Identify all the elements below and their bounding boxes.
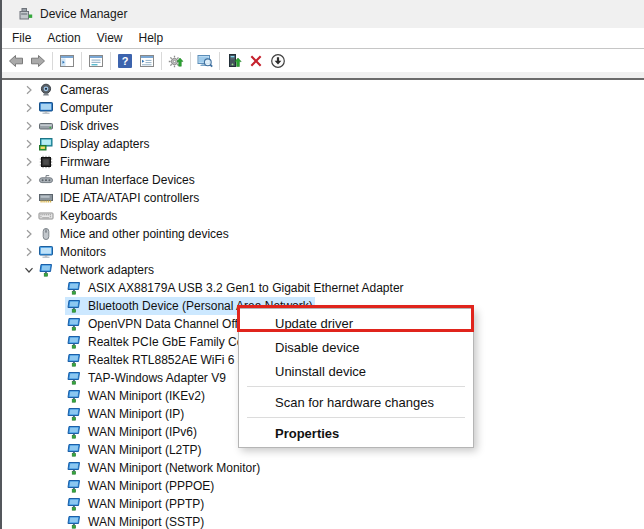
console-tree-icon [59, 53, 75, 69]
export-list-icon [139, 53, 155, 69]
disk-drive-icon [38, 118, 54, 134]
tree-item-human-interface-devices[interactable]: Human Interface Devices [2, 171, 644, 189]
menu-view[interactable]: View [89, 29, 131, 47]
chevron-placeholder [50, 281, 64, 295]
network-adapter-icon [66, 370, 82, 386]
context-menu-item-update-driver[interactable]: Update driver [239, 311, 473, 335]
tree-item-body: TAP-Windows Adapter V9 [65, 369, 228, 387]
chevron-right-icon[interactable] [22, 173, 36, 187]
scan-hardware-button[interactable] [165, 50, 187, 72]
menu-action[interactable]: Action [39, 29, 88, 47]
tree-item-body: WAN Miniport (IP) [65, 405, 186, 423]
device-tree: CamerasComputerDisk drivesDisplay adapte… [2, 80, 644, 529]
help-button[interactable]: ? [114, 50, 136, 72]
tree-item-label: TAP-Windows Adapter V9 [88, 371, 226, 385]
chevron-right-icon[interactable] [22, 119, 36, 133]
menu-help[interactable]: Help [131, 29, 172, 47]
chevron-right-icon[interactable] [22, 209, 36, 223]
chevron-right-icon[interactable] [22, 227, 36, 241]
context-menu-item-scan-for-hardware-changes[interactable]: Scan for hardware changes [239, 390, 473, 414]
tree-item-label: IDE ATA/ATAPI controllers [60, 191, 199, 205]
disable-device-button[interactable] [267, 50, 289, 72]
context-menu-item-properties[interactable]: Properties [239, 421, 473, 445]
tree-item-cameras[interactable]: Cameras [2, 81, 644, 99]
tree-item-label: Cameras [60, 83, 109, 97]
tree-item-computer[interactable]: Computer [2, 99, 644, 117]
tree-item-mice-and-other-pointing-devices[interactable]: Mice and other pointing devices [2, 225, 644, 243]
tree-item-label: Monitors [60, 245, 106, 259]
scan-hardware-icon [168, 53, 184, 69]
tree-item-display-adapters[interactable]: Display adapters [2, 135, 644, 153]
forward-arrow-icon [30, 53, 46, 69]
tree-item-body: Monitors [37, 243, 108, 261]
chevron-placeholder [50, 461, 64, 475]
toolbar: ? [2, 49, 644, 72]
tree-item-body: Firmware [37, 153, 112, 171]
context-menu-item-uninstall-device[interactable]: Uninstall device [239, 359, 473, 383]
tree-item-label: Network adapters [60, 263, 154, 277]
network-adapter-icon [66, 406, 82, 422]
tree-item-keyboards[interactable]: Keyboards [2, 207, 644, 225]
ide-icon [38, 190, 54, 206]
toolbar-separator [110, 52, 111, 70]
keyboard-icon [38, 208, 54, 224]
network-adapter-icon [38, 262, 54, 278]
tree-item-body: WAN Miniport (SSTP) [65, 513, 206, 529]
tree-item-disk-drives[interactable]: Disk drives [2, 117, 644, 135]
tree-item-network-adapters[interactable]: Network adapters [2, 261, 644, 279]
forward-button[interactable] [27, 50, 49, 72]
tree-item-body: WAN Miniport (PPTP) [65, 495, 206, 513]
search-computer-icon [197, 53, 213, 69]
tree-item-body: Disk drives [37, 117, 121, 135]
properties-button[interactable] [85, 50, 107, 72]
tree-item-wan-miniport-network-monitor[interactable]: WAN Miniport (Network Monitor) [2, 459, 644, 477]
tree-item-body: ASIX AX88179A USB 3.2 Gen1 to Gigabit Et… [65, 279, 406, 297]
tree-item-asix-ax88179a-usb-3-2-gen1-to-gigabit-ethernet-adapter[interactable]: ASIX AX88179A USB 3.2 Gen1 to Gigabit Et… [2, 279, 644, 297]
tree-item-ide-ata-atapi-controllers[interactable]: IDE ATA/ATAPI controllers [2, 189, 644, 207]
tree-item-body: Network adapters [37, 261, 156, 279]
tree-item-label: Keyboards [60, 209, 117, 223]
tree-item-wan-miniport-pptp[interactable]: WAN Miniport (PPTP) [2, 495, 644, 513]
context-menu-item-disable-device[interactable]: Disable device [239, 335, 473, 359]
chevron-right-icon[interactable] [22, 137, 36, 151]
chevron-right-icon[interactable] [22, 245, 36, 259]
context-menu: Update driverDisable deviceUninstall dev… [238, 308, 474, 448]
toolbar-separator [161, 52, 162, 70]
tree-item-monitors[interactable]: Monitors [2, 243, 644, 261]
tree-item-body: WAN Miniport (L2TP) [65, 441, 204, 459]
chevron-placeholder [50, 443, 64, 457]
window-title: Device Manager [40, 7, 127, 21]
chevron-right-icon[interactable] [22, 191, 36, 205]
tree-item-body: Keyboards [37, 207, 119, 225]
remote-computer-button[interactable] [194, 50, 216, 72]
tree-item-body: Computer [37, 99, 115, 117]
chevron-right-icon[interactable] [22, 83, 36, 97]
uninstall-device-button[interactable] [245, 50, 267, 72]
chevron-right-icon[interactable] [22, 155, 36, 169]
network-adapter-icon [66, 334, 82, 350]
back-arrow-icon [8, 53, 24, 69]
chevron-placeholder [50, 371, 64, 385]
tree-item-firmware[interactable]: Firmware [2, 153, 644, 171]
tree-item-body: OpenVPN Data Channel Offload [65, 315, 263, 333]
help-icon: ? [117, 53, 133, 69]
toolbar-divider [2, 72, 644, 80]
chevron-down-icon[interactable] [22, 263, 36, 277]
menu-file[interactable]: File [4, 29, 39, 47]
tree-item-body: WAN Miniport (IKEv2) [65, 387, 207, 405]
network-adapter-icon [66, 424, 82, 440]
back-button[interactable] [5, 50, 27, 72]
tree-item-body: WAN Miniport (PPPOE) [65, 477, 216, 495]
show-console-tree-button[interactable] [56, 50, 78, 72]
toolbar-separator [219, 52, 220, 70]
device-tree-panel: CamerasComputerDisk drivesDisplay adapte… [2, 80, 644, 529]
tree-item-wan-miniport-pppoe[interactable]: WAN Miniport (PPPOE) [2, 477, 644, 495]
update-driver-button[interactable] [223, 50, 245, 72]
tree-item-body: WAN Miniport (Network Monitor) [65, 459, 262, 477]
chevron-right-icon[interactable] [22, 101, 36, 115]
tree-item-wan-miniport-sstp[interactable]: WAN Miniport (SSTP) [2, 513, 644, 529]
network-adapter-icon [66, 352, 82, 368]
toolbar-separator [190, 52, 191, 70]
export-list-button[interactable] [136, 50, 158, 72]
device-manager-window: Device Manager FileActionViewHelp ? Came… [0, 0, 644, 529]
